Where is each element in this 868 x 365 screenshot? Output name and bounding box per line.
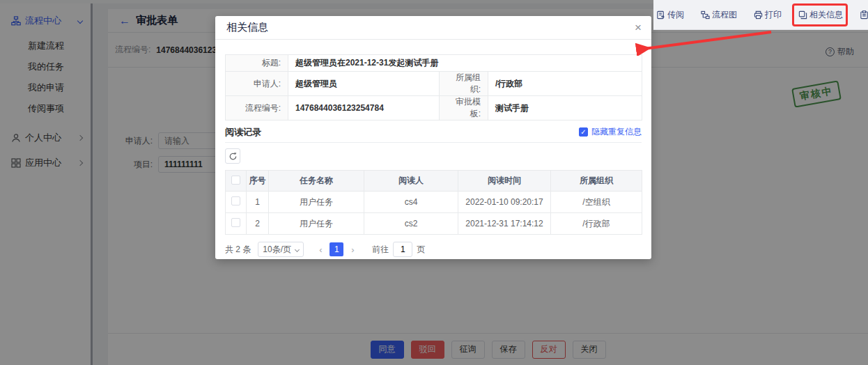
table-row: 2 用户任务 cs2 2021-12-31 17:14:12 /行政部 bbox=[226, 213, 642, 235]
record-icon bbox=[860, 10, 868, 20]
next-page-button[interactable]: › bbox=[346, 242, 359, 256]
print-icon bbox=[754, 10, 763, 20]
cell-read-time: 2022-01-10 09:20:17 bbox=[458, 192, 551, 213]
prev-page-button[interactable]: ‹ bbox=[313, 242, 327, 256]
total-count: 共 2 条 bbox=[225, 244, 251, 256]
app-root: 流程中心 新建流程 我的任务 我的申请 传阅事项 个人中心 应用中心 ← bbox=[0, 0, 868, 365]
flowchart-icon bbox=[701, 10, 710, 20]
print-button[interactable]: 打印 bbox=[754, 9, 782, 21]
related-info-button[interactable]: 相关信息 bbox=[798, 9, 843, 21]
template-label: 审批模板: bbox=[440, 96, 488, 121]
goto-label: 前往 bbox=[372, 244, 389, 256]
cell-reader: cs4 bbox=[364, 192, 458, 213]
row-checkbox-cell bbox=[226, 213, 247, 235]
toolbar-item-label: 相关信息 bbox=[809, 9, 843, 21]
hide-duplicates-toggle[interactable]: ✓ 隐藏重复信息 bbox=[579, 126, 642, 138]
reading-table: 序号 任务名称 阅读人 阅读时间 所属组织 1 用户任务 cs4 2022-01… bbox=[225, 170, 642, 235]
related-info-modal: 相关信息 × 标题: 超级管理员在2021-12-31发起测试手册 申请人: 超… bbox=[215, 16, 651, 259]
info-table: 标题: 超级管理员在2021-12-31发起测试手册 申请人: 超级管理员 所属… bbox=[225, 54, 642, 121]
toolbar-item-label: 流程图 bbox=[712, 9, 737, 21]
goto-suffix: 页 bbox=[417, 244, 425, 256]
cell-org: /空组织 bbox=[551, 192, 642, 213]
col-reader: 阅读人 bbox=[364, 171, 458, 192]
related-info-icon bbox=[798, 10, 807, 20]
col-read-time: 阅读时间 bbox=[458, 171, 551, 192]
checkbox-checked-icon[interactable]: ✓ bbox=[579, 127, 588, 137]
applicant-label: 申请人: bbox=[226, 72, 288, 96]
cell-reader: cs2 bbox=[364, 213, 458, 235]
table-header-row: 序号 任务名称 阅读人 阅读时间 所属组织 bbox=[226, 171, 642, 192]
table-row: 1 用户任务 cs4 2022-01-10 09:20:17 /空组织 bbox=[226, 192, 642, 213]
process-label: 流程编号: bbox=[226, 96, 288, 121]
table-row: 标题: 超级管理员在2021-12-31发起测试手册 bbox=[226, 55, 642, 72]
cell-read-time: 2021-12-31 17:14:12 bbox=[458, 213, 551, 235]
title-value: 超级管理员在2021-12-31发起测试手册 bbox=[288, 55, 642, 72]
cell-task-name: 用户任务 bbox=[269, 213, 364, 235]
table-row: 流程编号: 1476844036123254784 审批模板: 测试手册 bbox=[226, 96, 642, 121]
hide-duplicates-label: 隐藏重复信息 bbox=[591, 126, 642, 138]
modal-body: 标题: 超级管理员在2021-12-31发起测试手册 申请人: 超级管理员 所属… bbox=[215, 40, 651, 257]
org-label: 所属组织: bbox=[440, 72, 488, 96]
modal-header: 相关信息 bbox=[215, 16, 651, 40]
refresh-icon bbox=[228, 152, 238, 161]
row-checkbox-cell bbox=[226, 192, 247, 213]
row-checkbox[interactable] bbox=[231, 218, 240, 227]
page-size-select[interactable]: 10条/页 bbox=[258, 242, 304, 257]
cell-task-name: 用户任务 bbox=[269, 192, 364, 213]
cell-seq: 1 bbox=[247, 192, 269, 213]
goto-page: 前往 页 bbox=[372, 242, 425, 257]
reading-section-header: 阅读记录 ✓ 隐藏重复信息 bbox=[225, 122, 642, 143]
cell-seq: 2 bbox=[247, 213, 269, 235]
page-number-active[interactable]: 1 bbox=[330, 242, 343, 256]
modal-title: 相关信息 bbox=[226, 21, 268, 34]
flowchart-button[interactable]: 流程图 bbox=[701, 9, 737, 21]
reading-section-title: 阅读记录 bbox=[225, 126, 261, 139]
select-all-cell bbox=[226, 171, 247, 192]
toolbar-item-label: 打印 bbox=[765, 9, 782, 21]
pagination: 共 2 条 10条/页 ‹ 1 › 前往 页 bbox=[225, 242, 642, 257]
chevron-down-icon bbox=[295, 247, 300, 251]
toolbar-item-label: 传阅 bbox=[667, 9, 684, 21]
circulate-icon bbox=[656, 10, 665, 20]
close-icon[interactable]: × bbox=[635, 22, 642, 33]
col-seq: 序号 bbox=[247, 171, 269, 192]
circulate-button[interactable]: 传阅 bbox=[656, 9, 684, 21]
template-value: 测试手册 bbox=[488, 96, 642, 121]
table-row: 申请人: 超级管理员 所属组织: /行政部 bbox=[226, 72, 642, 96]
title-label: 标题: bbox=[226, 55, 288, 72]
row-checkbox[interactable] bbox=[231, 196, 240, 205]
col-task-name: 任务名称 bbox=[269, 171, 364, 192]
page-size-value: 10条/页 bbox=[263, 244, 291, 256]
process-record-button[interactable]: 处理记录 bbox=[860, 9, 868, 21]
applicant-value: 超级管理员 bbox=[288, 72, 440, 96]
toolbar-strip: 传阅 流程图 打印 相关信息 处理记录 bbox=[653, 0, 868, 30]
select-all-checkbox[interactable] bbox=[231, 176, 240, 185]
org-value: /行政部 bbox=[488, 72, 642, 96]
refresh-button[interactable] bbox=[225, 148, 240, 164]
goto-page-input[interactable] bbox=[393, 242, 412, 257]
col-org: 所属组织 bbox=[551, 171, 642, 192]
cell-org: /行政部 bbox=[551, 213, 642, 235]
process-value: 1476844036123254784 bbox=[288, 96, 440, 121]
